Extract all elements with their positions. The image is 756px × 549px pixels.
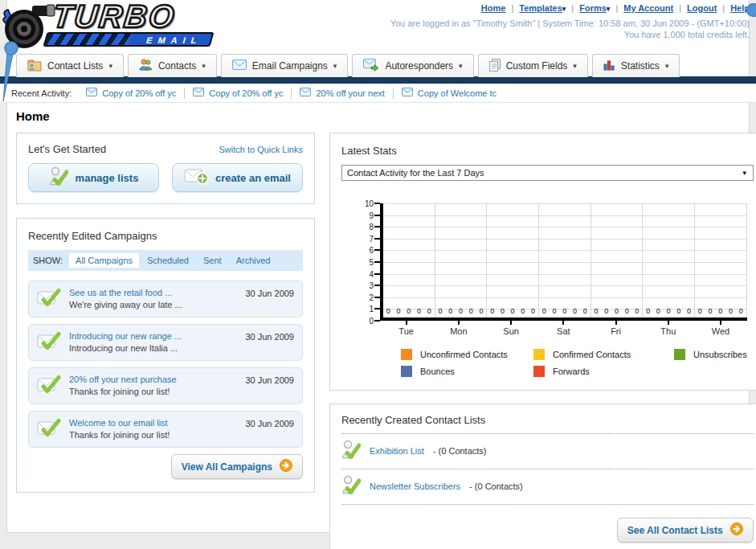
contact-lists-panel: Recently Created Contact Lists Exhibitio… [329, 404, 756, 549]
bar-value-label: 0 [625, 307, 629, 315]
campaign-date: 30 Jun 2009 [245, 329, 294, 342]
tab-email-campaigns[interactable]: Email Campaigns▾ [221, 54, 349, 77]
x-axis-tick [615, 321, 617, 325]
bar-value-label: 0 [469, 307, 473, 315]
bar-value-label: 0 [739, 307, 743, 315]
logo-email-bar: EMAIL [43, 32, 214, 47]
bar-value-label: 0 [615, 307, 619, 315]
legend-swatch [533, 366, 545, 377]
see-all-contact-lists-label: See All Contact Lists [627, 525, 723, 536]
envelope-arrow-icon [363, 59, 379, 74]
login-status-line: You are logged in as "Timothy Smith" | S… [390, 18, 750, 29]
people-icon [139, 59, 153, 74]
view-all-campaigns-label: View All Campaigns [182, 461, 272, 473]
stats-dropdown[interactable]: Contact Activity for the Last 7 Days ▼ [341, 165, 754, 181]
legend-swatch [533, 349, 545, 360]
recent-activity-link[interactable]: Copy of Welcome tc [418, 88, 497, 98]
tab-label: Contact Lists [47, 60, 103, 72]
contact-list-link[interactable]: Newsletter Subscribers [370, 481, 460, 491]
bar-value-label: 0 [573, 307, 577, 315]
recent-activity-link[interactable]: 20% off your next [316, 88, 384, 98]
chevron-down-icon: ▾ [108, 62, 112, 70]
chevron-down-icon: ▾ [333, 62, 337, 70]
filter-archived[interactable]: Archived [230, 253, 277, 268]
bar-value-label: 0 [448, 307, 452, 315]
navy-divider-bar [0, 76, 756, 84]
contact-list-row[interactable]: Newsletter Subscribers- (0 Contacts) [341, 469, 754, 505]
bar-value-label: 0 [604, 307, 608, 315]
envelope-small-icon [300, 88, 311, 98]
tab-autoresponders[interactable]: Autoresponders▾ [352, 54, 473, 77]
see-all-contact-lists-button[interactable]: See All Contact Lists [617, 518, 754, 543]
contact-activity-chart: 0123456789100000000000000000000000000000… [356, 203, 747, 377]
filter-scheduled[interactable]: Scheduled [141, 253, 195, 268]
bar-value-label: 0 [594, 307, 598, 315]
latest-stats-title: Latest Stats [341, 145, 397, 157]
campaign-filter-bar: SHOW: All CampaignsScheduledSentArchived [28, 250, 303, 271]
chart-day-group: 00000 [435, 203, 488, 318]
campaign-row[interactable]: Introducing our new range ...Introducing… [28, 324, 303, 361]
chart-day-group: 00000 [383, 203, 435, 318]
pages-icon [489, 59, 501, 74]
filter-all-campaigns[interactable]: All Campaigns [69, 253, 139, 268]
campaign-row[interactable]: 20% off your next purchaseThanks for joi… [28, 367, 303, 404]
y-axis-label: 3 [356, 281, 374, 290]
y-axis-tick [374, 320, 380, 322]
tab-contacts[interactable]: Contacts▾ [128, 54, 217, 77]
create-email-button[interactable]: create an email [172, 163, 303, 192]
campaign-subtitle: Introducing our new Italia ... [69, 342, 182, 354]
chevron-down-icon: ▾ [607, 5, 611, 13]
legend-label: Bounces [420, 367, 455, 376]
bar-value-label: 0 [407, 307, 411, 315]
bar-value-label: 0 [397, 307, 401, 315]
legend-label: Confirmed Contacts [553, 350, 631, 359]
tab-label: Custom Fields [506, 60, 568, 72]
nav-link-my-account[interactable]: My Account [623, 3, 673, 13]
logo-text: TURBO [51, 0, 178, 35]
campaign-title-link[interactable]: 20% off your next purchase [69, 375, 177, 384]
envelope-small-icon [402, 88, 413, 98]
tab-label: Autoresponders [385, 60, 453, 72]
nav-link-forms[interactable]: Forms ▾ [579, 3, 610, 13]
login-status: You are logged in as "Timothy Smith" | S… [390, 18, 750, 40]
help-bubble-icon[interactable] [746, 3, 756, 17]
page-title: Home [16, 109, 738, 123]
recent-activity-link[interactable]: Copy of 20% off yc [102, 88, 176, 98]
contact-list-row[interactable]: Exhibition List- (0 Contacts) [341, 434, 754, 469]
campaign-text: 20% off your next purchaseThanks for joi… [69, 374, 177, 398]
filter-sent[interactable]: Sent [197, 253, 228, 268]
campaign-row[interactable]: Welcome to our email listThanks for join… [28, 411, 303, 448]
bar-value-label: 0 [521, 307, 525, 315]
campaign-title-link[interactable]: Introducing our new range ... [69, 331, 182, 341]
bar-value-label: 0 [698, 307, 702, 315]
bar-value-label: 0 [490, 307, 494, 315]
campaign-title-link[interactable]: Welcome to our email list [69, 418, 168, 428]
bar-value-label: 0 [531, 307, 535, 315]
y-axis-tick [374, 273, 380, 275]
nav-link-logout[interactable]: Logout [687, 3, 717, 13]
bar-value-label: 0 [562, 307, 566, 315]
orange-arrow-icon [280, 459, 292, 474]
create-email-label: create an email [215, 172, 291, 184]
campaign-title-link[interactable]: See us at the retail food ... [69, 288, 172, 297]
legend-swatch [401, 349, 412, 360]
chart-day-group: 00000 [695, 203, 747, 318]
tab-custom-fields[interactable]: Custom Fields▾ [478, 54, 588, 77]
nav-link-templates[interactable]: Templates ▾ [519, 3, 566, 13]
view-all-campaigns-button[interactable]: View All Campaigns [171, 454, 303, 479]
person-pencil-icon [341, 440, 361, 462]
manage-lists-label: manage lists [76, 172, 139, 184]
legend-swatch [401, 366, 412, 377]
tab-contact-lists[interactable]: Contact Lists▾ [16, 54, 124, 77]
x-axis-tick [406, 321, 407, 325]
tab-statistics[interactable]: Statistics▾ [592, 54, 680, 77]
envelope-pencil-icon [37, 288, 61, 311]
contact-list-link[interactable]: Exhibition List [370, 446, 424, 456]
campaign-row[interactable]: See us at the retail food ...We're givin… [28, 281, 303, 318]
y-axis-label: 8 [356, 223, 374, 231]
main-tabs: Contact Lists▾Contacts▾Email Campaigns▾A… [16, 54, 680, 77]
switch-quick-links[interactable]: Switch to Quick Links [219, 145, 303, 154]
recent-activity-link[interactable]: Copy of 20% off yc [209, 88, 283, 98]
manage-lists-button[interactable]: manage lists [28, 163, 159, 192]
nav-link-home[interactable]: Home [481, 3, 506, 13]
